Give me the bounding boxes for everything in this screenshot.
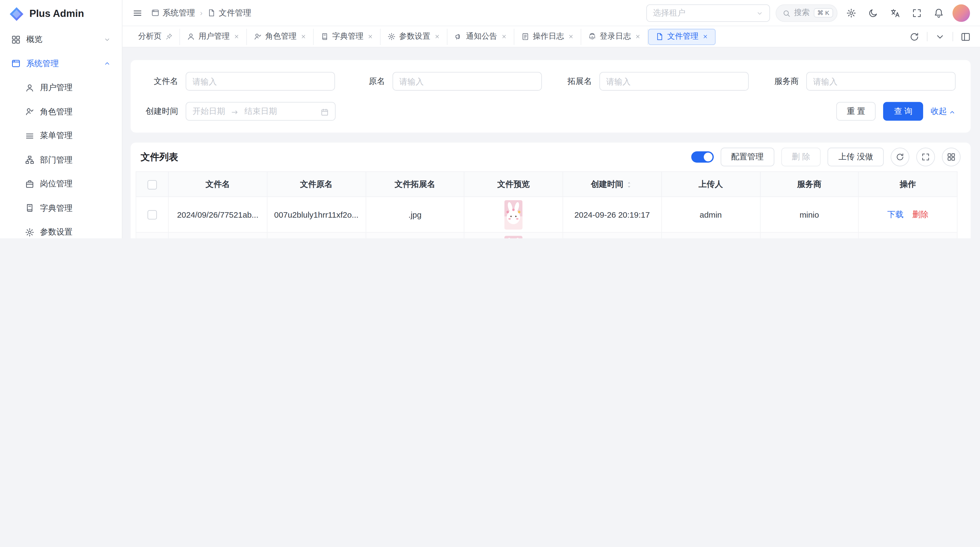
- table-fullscreen-button[interactable]: [916, 148, 935, 166]
- tab-user[interactable]: 用户管理: [180, 28, 247, 45]
- breadcrumb-separator: ›: [200, 8, 202, 17]
- select-all-checkbox[interactable]: [148, 180, 157, 189]
- close-icon[interactable]: [635, 34, 641, 40]
- sidebar-item-overview[interactable]: 概览: [5, 29, 117, 50]
- sidebar-item-label: 概览: [26, 34, 43, 45]
- settings-button[interactable]: [843, 5, 859, 21]
- file-icon: [655, 32, 663, 41]
- download-link[interactable]: 下载: [887, 209, 904, 219]
- logo-row[interactable]: Plus Admin: [0, 0, 122, 27]
- notifications-button[interactable]: [931, 5, 947, 21]
- filter-group-file-name: 文件名: [146, 72, 353, 91]
- tabs: 分析页用户管理角色管理字典管理参数设置通知公告操作日志登录日志文件管理: [131, 26, 906, 47]
- tab-role[interactable]: 角色管理: [247, 28, 313, 45]
- system-icon: [151, 9, 159, 17]
- sidebar-item-system[interactable]: 系统管理: [5, 53, 117, 74]
- delete-link[interactable]: 删除: [912, 209, 929, 219]
- file-list-header: 文件列表 配置管理 删 除 上传 没做: [130, 142, 971, 171]
- sidebar-item-label: 角色管理: [40, 106, 72, 117]
- arrowRight-icon: [231, 108, 239, 116]
- cell-original-name: 007u2bluly1hrr11xf2o...: [267, 197, 366, 232]
- app-title: Plus Admin: [29, 8, 84, 19]
- sidebar-toggle-button[interactable]: [132, 8, 143, 18]
- table-columns-button[interactable]: [942, 148, 961, 166]
- config-manage-button[interactable]: 配置管理: [721, 148, 774, 166]
- close-icon[interactable]: [702, 34, 708, 40]
- sidebar-item-label: 岗位管理: [40, 178, 72, 189]
- column-header[interactable]: 操作: [859, 172, 957, 197]
- moon-icon: [868, 8, 878, 18]
- language-button[interactable]: [887, 5, 903, 21]
- tab-oplog[interactable]: 操作日志: [514, 28, 581, 45]
- sidebar-item-user[interactable]: 用户管理: [5, 77, 117, 98]
- created-time-range-picker[interactable]: 开始日期 结束日期: [186, 102, 336, 121]
- batch-delete-button[interactable]: 删 除: [781, 148, 821, 166]
- filter-second-row: 创建时间 开始日期 结束日期 重 置 查 询 收起: [146, 102, 956, 121]
- close-icon[interactable]: [234, 34, 239, 40]
- filter-group-original-name: 原名: [353, 72, 559, 91]
- filter-input-original-name[interactable]: [393, 72, 542, 91]
- tab-loginlog[interactable]: 登录日志: [581, 28, 648, 45]
- table-border-toggle[interactable]: [691, 152, 714, 163]
- column-header[interactable]: 文件拓展名: [366, 172, 464, 197]
- collapse-filters-link[interactable]: 收起: [931, 106, 956, 117]
- close-icon[interactable]: [434, 34, 440, 40]
- tab-layout-button[interactable]: [958, 28, 974, 45]
- sidebar-item-param[interactable]: 参数设置: [5, 222, 117, 238]
- breadcrumb-item-file[interactable]: 文件管理: [207, 7, 251, 18]
- tab-more-button[interactable]: [932, 28, 948, 45]
- column-header[interactable]: 文件名: [169, 172, 267, 197]
- fullscreen-button[interactable]: [909, 5, 925, 21]
- reset-button[interactable]: 重 置: [836, 102, 876, 121]
- column-header[interactable]: 上传人: [662, 172, 760, 197]
- sort-button[interactable]: [625, 179, 633, 188]
- close-icon[interactable]: [501, 34, 507, 40]
- tab-dict[interactable]: 字典管理: [313, 28, 380, 45]
- refresh-icon: [896, 153, 904, 161]
- tab-param[interactable]: 参数设置: [380, 28, 447, 45]
- tab-notice[interactable]: 通知公告: [447, 28, 514, 45]
- column-header[interactable]: 文件原名: [267, 172, 366, 197]
- sidebar-item-label: 用户管理: [40, 82, 72, 93]
- search-button[interactable]: 查 询: [883, 102, 923, 121]
- tab-refresh-button[interactable]: [906, 28, 923, 45]
- cell-provider: minio: [760, 197, 859, 232]
- file-preview-image[interactable]: [504, 235, 523, 238]
- breadcrumb-label: 文件管理: [219, 7, 251, 18]
- filter-input-extension[interactable]: [600, 72, 749, 91]
- column-header[interactable]: 创建时间: [563, 172, 661, 197]
- close-icon[interactable]: [300, 34, 306, 40]
- chevDown-icon: [104, 36, 111, 43]
- tenant-select[interactable]: 选择租户: [646, 4, 770, 22]
- column-header[interactable]: 文件预览: [464, 172, 563, 197]
- avatar[interactable]: [953, 4, 970, 22]
- tenant-select-placeholder: 选择租户: [653, 7, 685, 18]
- tab-analysis[interactable]: 分析页: [131, 28, 180, 45]
- file-preview-image[interactable]: [504, 200, 523, 230]
- sidebar-item-dept[interactable]: 部门管理: [5, 149, 117, 171]
- table-refresh-button[interactable]: [891, 148, 910, 166]
- close-icon[interactable]: [568, 34, 574, 40]
- filter-label-provider: 服务商: [766, 76, 799, 87]
- row-checkbox[interactable]: [148, 210, 157, 220]
- sidebar-item-post[interactable]: 岗位管理: [5, 173, 117, 195]
- dark-mode-button[interactable]: [865, 5, 881, 21]
- filter-input-provider[interactable]: [806, 72, 956, 91]
- search-icon: [782, 9, 790, 18]
- sidebar-item-menu[interactable]: 菜单管理: [5, 125, 117, 146]
- sidebar-item-label: 参数设置: [40, 226, 72, 238]
- column-header[interactable]: 服务商: [760, 172, 859, 197]
- file-table: 文件名文件原名文件拓展名文件预览创建时间上传人服务商操作 2024/09/26/…: [135, 171, 958, 238]
- breadcrumb: 系统管理›文件管理: [151, 7, 251, 18]
- sidebar-item-dict[interactable]: 字典管理: [5, 197, 117, 218]
- tab-file[interactable]: 文件管理: [648, 28, 715, 45]
- upload-button[interactable]: 上传 没做: [828, 148, 884, 166]
- tabbar-actions: [906, 28, 974, 45]
- cell-actions: 下载删除: [859, 232, 957, 238]
- global-search[interactable]: 搜索 ⌘ K: [775, 4, 837, 22]
- breadcrumb-item-system[interactable]: 系统管理: [151, 7, 195, 18]
- close-icon[interactable]: [367, 34, 373, 40]
- filter-input-file-name[interactable]: [186, 72, 335, 91]
- sidebar-item-role[interactable]: 角色管理: [5, 101, 117, 122]
- file-list-card: 文件列表 配置管理 删 除 上传 没做 文件名文件原名文件拓展名文件预览创建时间…: [130, 142, 971, 238]
